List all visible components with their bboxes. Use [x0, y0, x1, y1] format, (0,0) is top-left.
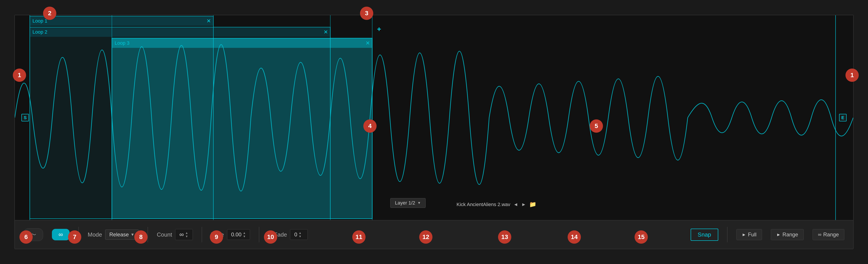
wave-icon: 〜	[30, 231, 36, 239]
xfade-value-display: 0 ▲ ▼	[290, 229, 308, 240]
play-icon-full: ►	[742, 232, 746, 237]
divider-2	[148, 227, 148, 242]
prev-file-button[interactable]: ◄	[513, 202, 518, 207]
toolbar-section-waveform: 〜	[24, 228, 43, 241]
loop-range-icon: ∞	[818, 232, 822, 237]
folder-button[interactable]: 📁	[529, 201, 536, 208]
toolbar-section-full: ► Full	[736, 229, 762, 240]
loop3-close[interactable]: ✕	[366, 40, 370, 46]
waveform-area: Loop 1 ✕ Loop 2 ✕ Loop 3 ✕ + S E Layer 1…	[15, 15, 853, 220]
waveform-button[interactable]: 〜	[24, 228, 43, 241]
count-label: Count	[157, 231, 172, 238]
tune-value: 0.00	[231, 232, 242, 238]
count-value-display: ∞ ▲ ▼	[175, 229, 193, 240]
tune-stepper[interactable]: ▲ ▼	[243, 231, 246, 238]
toolbar-section-range: ► Range	[771, 229, 804, 240]
mode-value: Release	[109, 232, 129, 238]
loop1-label: Loop 1	[32, 18, 47, 24]
tune-down-btn[interactable]: ▼	[243, 235, 246, 238]
toolbar-section-loop: ∞	[52, 229, 69, 240]
divider-5	[727, 227, 727, 242]
range-button[interactable]: ► Range	[771, 229, 804, 240]
end-marker: E	[839, 114, 846, 121]
file-info: Kick AncientAliens 2.wav ◄ ► 📁	[457, 201, 536, 208]
mode-dropdown[interactable]: Release ▼	[105, 230, 139, 240]
filename: Kick AncientAliens 2.wav	[457, 202, 510, 207]
start-marker: S	[22, 114, 29, 121]
xfade-up-btn[interactable]: ▲	[299, 231, 302, 234]
loop-toggle-button[interactable]: ∞	[52, 229, 69, 240]
tune-up-btn[interactable]: ▲	[243, 231, 246, 234]
svg-rect-11	[112, 38, 372, 219]
divider-1	[79, 227, 79, 242]
divider-4	[259, 227, 259, 242]
main-container: Loop 1 ✕ Loop 2 ✕ Loop 3 ✕ + S E Layer 1…	[14, 15, 854, 249]
xfade-down-btn[interactable]: ▼	[299, 235, 302, 238]
loop3-label: Loop 3	[115, 40, 129, 46]
play-icon-range: ►	[776, 232, 781, 237]
mode-arrow: ▼	[130, 232, 134, 237]
toolbar-section-xfade: X-Fade 0 ▲ ▼	[268, 229, 308, 240]
loop-icon: ∞	[59, 231, 63, 238]
full-button[interactable]: ► Full	[736, 229, 762, 240]
layer-chevron: ▼	[417, 201, 421, 205]
xfade-stepper[interactable]: ▲ ▼	[299, 231, 302, 238]
toolbar-section-tune: Tune 0.00 ▲ ▼	[211, 229, 250, 240]
layer-value: Layer 1/2	[395, 200, 415, 206]
toolbar-section-loop-range: ∞ Range	[812, 229, 844, 240]
toolbar-section-snap: Snap	[691, 229, 718, 241]
loop1-close[interactable]: ✕	[207, 18, 211, 24]
loop2-close[interactable]: ✕	[323, 29, 328, 35]
toolbar-section-count: Count ∞ ▲ ▼	[157, 229, 193, 240]
snap-button[interactable]: Snap	[691, 229, 718, 241]
next-file-button[interactable]: ►	[521, 202, 526, 207]
xfade-label: X-Fade	[268, 231, 287, 238]
tune-label: Tune	[211, 231, 224, 238]
count-stepper[interactable]: ▲ ▼	[185, 231, 188, 238]
layer-selector[interactable]: Layer 1/2 ▼	[390, 198, 426, 208]
loop2-label: Loop 2	[32, 29, 47, 35]
bottom-toolbar: 〜 ∞ Mode Release ▼ Count ∞ ▲	[15, 220, 853, 249]
tune-value-display: 0.00 ▲ ▼	[227, 229, 250, 240]
count-value: ∞	[179, 231, 184, 238]
count-down-btn[interactable]: ▼	[185, 235, 188, 238]
mode-label: Mode	[88, 231, 102, 238]
toolbar-section-mode: Mode Release ▼	[88, 230, 139, 240]
count-up-btn[interactable]: ▲	[185, 231, 188, 234]
loop-range-button[interactable]: ∞ Range	[812, 229, 844, 240]
add-loop-button[interactable]: +	[377, 25, 381, 33]
divider-3	[202, 227, 202, 242]
xfade-value: 0	[294, 232, 297, 238]
